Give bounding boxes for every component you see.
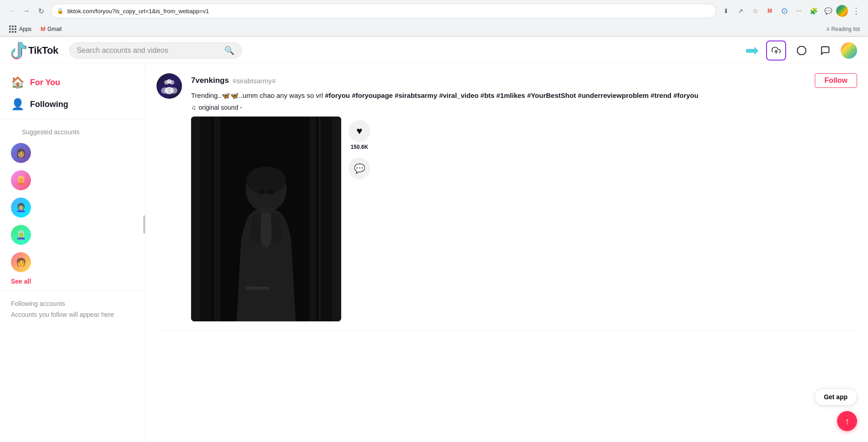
nav-buttons: ← → ↻ [5, 5, 47, 17]
like-button[interactable]: ♥ 150.6K [348, 120, 370, 150]
comment-icon: 💬 [354, 163, 365, 174]
user-avatar-header[interactable] [841, 42, 857, 59]
forward-button[interactable]: → [20, 5, 33, 17]
video-description: Trending..🦋🦋..umm chao any ways so vrl #… [191, 91, 857, 101]
inbox-button[interactable] [817, 42, 833, 59]
search-icon[interactable]: 🔍 [224, 46, 234, 56]
gmail-bookmark[interactable]: M Gmail [37, 25, 65, 33]
scroll-to-top-button[interactable]: ↑ [837, 411, 857, 431]
chat-extension-icon[interactable]: 💬 [822, 5, 834, 17]
list-item[interactable]: 🧑 [11, 249, 134, 276]
profiles-icon[interactable]: ⋯ [792, 5, 805, 17]
upload-button[interactable] [766, 41, 786, 61]
bookmarks-bar: Apps M Gmail ≡ Reading list [0, 22, 868, 36]
reload-button[interactable]: ↻ [35, 5, 47, 17]
video-sound[interactable]: ♫ original sound - [191, 104, 857, 111]
avatar: 👱 [11, 170, 31, 190]
lock-icon: 🔒 [57, 8, 64, 14]
creator-avatar[interactable] [156, 73, 182, 99]
svg-point-6 [161, 87, 168, 94]
author-name[interactable]: 7venkings [191, 76, 229, 85]
group-silhouette [160, 77, 178, 95]
content-area: 7venkings ≡sirabtsarmy≡ Follow Trending.… [146, 64, 868, 442]
author-handle[interactable]: ≡sirabtsarmy≡ [232, 77, 276, 85]
sidebar-divider-1 [0, 119, 145, 119]
messages-icon [797, 46, 807, 56]
share-icon[interactable]: ↗ [734, 5, 747, 17]
inbox-icon [820, 46, 830, 56]
sound-label: original sound - [199, 104, 242, 111]
app-container: TikTok 🔍 ➡ [0, 37, 868, 442]
address-text: tiktok.com/foryou?is_copy_url=1&is_from_… [67, 8, 710, 15]
avatar-face-1: 👩 [11, 143, 31, 163]
like-count: 150.6K [351, 144, 368, 150]
svg-rect-19 [191, 117, 341, 321]
video-player-area: sirabtsarmy ♥ 150.6K [191, 117, 857, 321]
video-preview-svg: sirabtsarmy [191, 117, 341, 321]
header-right: ➡ [745, 41, 857, 61]
reading-list-label: Reading list [831, 26, 860, 32]
browser-chrome: ← → ↻ 🔒 tiktok.com/foryou?is_copy_url=1&… [0, 0, 868, 37]
download-icon[interactable]: ⬇ [720, 5, 732, 17]
gmail-extension-icon[interactable]: M [763, 5, 776, 17]
tiktok-wordmark: TikTok [28, 45, 58, 56]
list-item[interactable]: 👩 [11, 139, 134, 167]
extensions-icon[interactable]: 🧩 [807, 5, 820, 17]
home-icon: 🏠 [11, 76, 25, 89]
search-bar[interactable]: 🔍 [69, 42, 242, 59]
bookmark-star-icon[interactable]: ☆ [749, 5, 762, 17]
see-all-link[interactable]: See all [11, 276, 31, 287]
svg-text:sirabtsarmy: sirabtsarmy [246, 285, 269, 290]
avatar: 👩 [11, 143, 31, 163]
get-app-button[interactable]: Get app [814, 388, 857, 406]
apps-grid-icon [9, 25, 16, 33]
search-input[interactable] [77, 46, 221, 55]
avatar-face-3: 👩‍🦱 [11, 198, 31, 218]
comment-icon-circle: 💬 [348, 157, 370, 179]
gmail-icon: M [40, 25, 45, 32]
arrow-up-icon: ↑ [845, 416, 849, 427]
more-menu-button[interactable]: ⋮ [850, 5, 863, 17]
avatar: 👩‍🦳 [11, 225, 31, 245]
google-meet-icon[interactable]: ⊙ [778, 5, 791, 17]
apps-label: Apps [19, 26, 31, 32]
following-icon: 👤 [11, 98, 25, 111]
svg-point-4 [167, 79, 172, 84]
following-accounts-title: Following accounts [11, 295, 134, 309]
description-text: Trending..🦋🦋..umm chao any ways so vrl #… [191, 91, 698, 99]
video-item: 7venkings ≡sirabtsarmy≡ Follow Trending.… [156, 64, 857, 331]
avatar-face-5: 🧑 [11, 252, 31, 272]
main-layout: 🏠 For You 👤 Following Suggested accounts… [0, 64, 868, 442]
avatar-face-2: 👱 [11, 170, 31, 190]
list-item[interactable]: 👱 [11, 167, 134, 194]
sidebar-divider-2 [0, 290, 145, 291]
sidebar-item-for-you[interactable]: 🏠 For You [0, 71, 145, 93]
video-actions: ♥ 150.6K 💬 [348, 117, 370, 321]
follow-button[interactable]: Follow [815, 73, 857, 88]
browser-user-avatar[interactable] [836, 5, 848, 17]
list-item[interactable]: 👩‍🦱 [11, 194, 134, 221]
messages-button[interactable] [793, 42, 810, 59]
browser-toolbar: ← → ↻ 🔒 tiktok.com/foryou?is_copy_url=1&… [0, 0, 868, 22]
reading-list-button[interactable]: ≡ Reading list [823, 25, 863, 33]
video-thumbnail-inner: sirabtsarmy [191, 117, 341, 321]
tiktok-logo[interactable]: TikTok [11, 42, 58, 59]
video-info: 7venkings ≡sirabtsarmy≡ Follow Trending.… [191, 73, 857, 321]
comment-button[interactable]: 💬 [348, 157, 370, 179]
sidebar-item-following[interactable]: 👤 Following [0, 93, 145, 115]
following-empty-text: Accounts you follow will appear here [11, 309, 134, 320]
tiktok-header: TikTok 🔍 ➡ [0, 37, 868, 64]
music-note-icon: ♫ [191, 104, 196, 111]
following-accounts-section: Following accounts Accounts you follow w… [0, 295, 145, 320]
arrow-indicator: ➡ [745, 41, 759, 60]
upload-cloud-icon [772, 46, 781, 55]
address-bar[interactable]: 🔒 tiktok.com/foryou?is_copy_url=1&is_fro… [51, 4, 716, 18]
back-button[interactable]: ← [5, 5, 18, 17]
suggested-accounts-title: Suggested accounts [11, 123, 134, 139]
avatar-face-4: 👩‍🦳 [11, 225, 31, 245]
creator-avatar-image [156, 73, 182, 99]
list-item[interactable]: 👩‍🦳 [11, 221, 134, 249]
video-thumbnail[interactable]: sirabtsarmy [191, 117, 341, 321]
author-row: 7venkings ≡sirabtsarmy≡ Follow [191, 73, 857, 88]
apps-bookmark[interactable]: Apps [5, 25, 35, 34]
